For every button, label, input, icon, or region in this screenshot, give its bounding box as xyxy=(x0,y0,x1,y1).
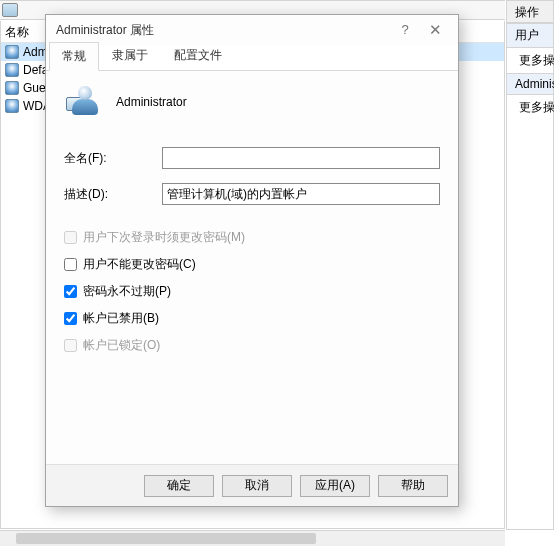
label-disabled: 帐户已禁用(B) xyxy=(83,310,159,327)
properties-dialog: Administrator 属性 ? ✕ 常规 隶属于 配置文件 Adminis… xyxy=(45,14,459,507)
help-icon[interactable]: ? xyxy=(390,18,420,42)
identity-row: Administrator xyxy=(64,85,440,119)
dialog-body: Administrator 全名(F): 描述(D): 用户下次登录时须更改密码… xyxy=(46,71,458,376)
user-icon xyxy=(5,45,19,59)
chk-must-change: 用户下次登录时须更改密码(M) xyxy=(64,229,440,246)
label-fullname: 全名(F): xyxy=(64,150,162,167)
actions-group-admin[interactable]: Administrator xyxy=(507,73,553,95)
row-description: 描述(D): xyxy=(64,183,440,205)
input-fullname[interactable] xyxy=(162,147,440,169)
checkbox-must-change xyxy=(64,231,77,244)
close-icon[interactable]: ✕ xyxy=(420,18,450,42)
tab-memberof[interactable]: 隶属于 xyxy=(99,41,161,70)
checkbox-block: 用户下次登录时须更改密码(M) 用户不能更改密码(C) 密码永不过期(P) 帐户… xyxy=(64,229,440,354)
help-button[interactable]: 帮助 xyxy=(378,475,448,497)
label-cannot-change: 用户不能更改密码(C) xyxy=(83,256,196,273)
user-icon xyxy=(5,63,19,77)
row-fullname: 全名(F): xyxy=(64,147,440,169)
user-icon xyxy=(66,85,100,119)
actions-more-2[interactable]: 更多操作 xyxy=(507,95,553,120)
input-description[interactable] xyxy=(162,183,440,205)
label-description: 描述(D): xyxy=(64,186,162,203)
tab-profile[interactable]: 配置文件 xyxy=(161,41,235,70)
actions-header: 操作 xyxy=(507,1,553,23)
toolbar-icon[interactable] xyxy=(2,3,18,17)
checkbox-disabled[interactable] xyxy=(64,312,77,325)
actions-group-users[interactable]: 用户 xyxy=(507,23,553,48)
apply-button[interactable]: 应用(A) xyxy=(300,475,370,497)
actions-panel: 操作 用户 更多操作 Administrator 更多操作 xyxy=(506,0,554,530)
label-must-change: 用户下次登录时须更改密码(M) xyxy=(83,229,245,246)
checkbox-cannot-change[interactable] xyxy=(64,258,77,271)
checkbox-locked xyxy=(64,339,77,352)
dialog-title: Administrator 属性 xyxy=(56,22,390,39)
user-icon xyxy=(5,81,19,95)
label-locked: 帐户已锁定(O) xyxy=(83,337,160,354)
tab-general[interactable]: 常规 xyxy=(49,42,99,71)
user-icon xyxy=(5,99,19,113)
chk-never-expires[interactable]: 密码永不过期(P) xyxy=(64,283,440,300)
actions-more-1[interactable]: 更多操作 xyxy=(507,48,553,73)
label-never-expires: 密码永不过期(P) xyxy=(83,283,171,300)
chk-disabled[interactable]: 帐户已禁用(B) xyxy=(64,310,440,327)
chk-locked: 帐户已锁定(O) xyxy=(64,337,440,354)
horizontal-scrollbar[interactable] xyxy=(0,530,505,546)
chk-cannot-change[interactable]: 用户不能更改密码(C) xyxy=(64,256,440,273)
cancel-button[interactable]: 取消 xyxy=(222,475,292,497)
tabstrip: 常规 隶属于 配置文件 xyxy=(46,45,458,71)
dialog-button-row: 确定 取消 应用(A) 帮助 xyxy=(46,464,458,506)
ok-button[interactable]: 确定 xyxy=(144,475,214,497)
username-display: Administrator xyxy=(116,95,187,109)
checkbox-never-expires[interactable] xyxy=(64,285,77,298)
